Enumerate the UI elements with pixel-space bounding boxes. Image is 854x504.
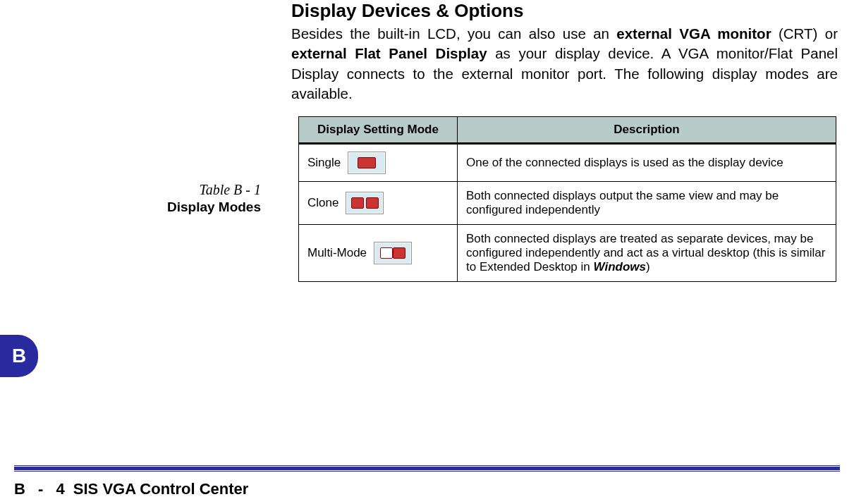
intro-text: Besides the built-in LCD, you can also u… xyxy=(291,25,616,42)
page-number: B - 4 xyxy=(14,480,69,498)
table-row: Single One of the connected displays is … xyxy=(299,144,836,182)
multi-display-icon xyxy=(374,242,412,264)
intro-bold-vga: external VGA monitor xyxy=(616,25,771,42)
description-cell: Both connected displays output the same … xyxy=(458,182,836,225)
table-header-row: Display Setting Mode Description xyxy=(299,117,836,144)
intro-bold-flatpanel: external Flat Panel Display xyxy=(291,45,487,61)
table-row: Clone Both connected displays output the… xyxy=(299,182,836,225)
table-row: Multi-Mode Both connected displays are t… xyxy=(299,225,836,282)
mode-cell: Multi-Mode xyxy=(299,225,458,282)
mode-name: Multi-Mode xyxy=(307,246,367,260)
col-header-mode: Display Setting Mode xyxy=(299,117,458,144)
mode-name: Clone xyxy=(307,196,338,210)
mode-cell: Clone xyxy=(299,182,458,225)
col-header-description: Description xyxy=(458,117,836,144)
table-title: Display Modes xyxy=(134,199,261,215)
footer-divider xyxy=(14,467,840,472)
footer-title: SIS VGA Control Center xyxy=(73,480,249,498)
mode-name: Single xyxy=(307,156,341,170)
intro-text: (CRT) or xyxy=(771,25,838,42)
section-heading: Display Devices & Options xyxy=(291,0,523,22)
table-number: Table B - 1 xyxy=(134,182,261,198)
description-cell: Both connected displays are treated as s… xyxy=(458,225,836,282)
chapter-tab: B xyxy=(0,335,38,377)
clone-display-icon xyxy=(346,192,384,214)
mode-cell: Single xyxy=(299,144,458,182)
page-footer: B - 4 SIS VGA Control Center xyxy=(14,480,248,498)
display-modes-table: Display Setting Mode Description Single … xyxy=(298,116,836,282)
table-caption: Table B - 1 Display Modes xyxy=(134,182,261,215)
description-cell: One of the connected displays is used as… xyxy=(458,144,836,182)
intro-paragraph: Besides the built-in LCD, you can also u… xyxy=(291,24,838,104)
description-text: ) xyxy=(646,260,650,273)
description-bold: Windows xyxy=(594,260,646,273)
single-display-icon xyxy=(348,152,386,174)
document-page: Display Devices & Options Besides the bu… xyxy=(0,0,854,504)
